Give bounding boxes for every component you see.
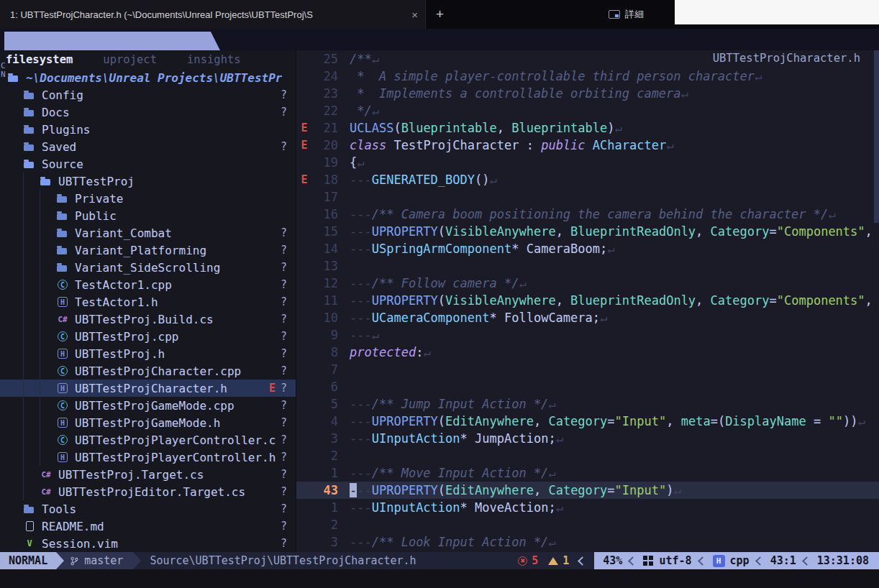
code-line[interactable]: 9---↵ bbox=[296, 326, 879, 344]
git-status: ? bbox=[281, 313, 296, 326]
tab-close-icon[interactable]: × bbox=[411, 9, 418, 21]
tree-row[interactable]: UBTTestProj bbox=[0, 173, 296, 190]
line-number: 43 bbox=[312, 482, 338, 499]
tree-row[interactable]: UBTTestProjGameMode.h? bbox=[0, 414, 296, 431]
tree-row[interactable]: Private bbox=[0, 190, 296, 207]
statusline: NORMAL master Source\UBTTestProj\UBTTest… bbox=[0, 552, 879, 569]
folder-icon bbox=[23, 123, 36, 136]
code-line[interactable]: 14---USpringArmComponent* CameraBoom;↵ bbox=[296, 240, 879, 257]
code-line[interactable]: 8protected:↵ bbox=[296, 344, 879, 361]
code-line[interactable]: 43---UPROPERTY(EditAnywhere, Category="I… bbox=[296, 482, 879, 499]
indent-guide bbox=[23, 293, 40, 311]
code-line[interactable]: E21UCLASS(Blueprintable, Blueprintable)↵ bbox=[296, 119, 879, 137]
buffer-tab[interactable]: 1 UBTTestProjCharacter.h bbox=[4, 32, 220, 50]
tree-item-label: Public bbox=[75, 209, 117, 223]
scrollbar-thumb[interactable] bbox=[874, 50, 879, 223]
tree-row[interactable]: Saved? bbox=[0, 138, 296, 155]
command-line[interactable] bbox=[0, 569, 879, 588]
code-line[interactable]: E20class TestProjCharacter : public ACha… bbox=[296, 137, 879, 154]
editor-pane[interactable]: 25/**↵24 * A simple player-controllable … bbox=[296, 50, 879, 552]
cpp-icon bbox=[56, 278, 69, 291]
tree-row[interactable]: Variant_Platforming? bbox=[0, 242, 296, 259]
code-line[interactable]: 24 * A simple player-controllable third … bbox=[296, 68, 879, 85]
code-line[interactable]: 2 bbox=[296, 516, 879, 533]
new-tab-button[interactable]: + bbox=[436, 6, 444, 22]
diagnostic-sign bbox=[296, 240, 312, 257]
code-line[interactable]: 5---/** Jump Input Action */↵ bbox=[296, 395, 879, 413]
code-line[interactable]: 22 */↵ bbox=[296, 102, 879, 119]
code-line[interactable]: 23 * Implements a controllable orbiting … bbox=[296, 85, 879, 102]
code-text bbox=[338, 516, 350, 533]
line-number: 24 bbox=[312, 68, 338, 85]
diagnostic-sign bbox=[296, 533, 312, 551]
h-icon bbox=[56, 451, 69, 464]
indent-guide bbox=[7, 276, 23, 293]
folder-icon bbox=[56, 244, 69, 257]
tree-row[interactable]: Variant_SideScrolling? bbox=[0, 259, 296, 276]
diagnostic-sign bbox=[296, 85, 312, 102]
tree-row[interactable]: Variant_Combat? bbox=[0, 224, 296, 242]
tree-row[interactable]: UBTTestProjPlayerController.h? bbox=[0, 449, 296, 466]
tab-uproject[interactable]: uproject bbox=[103, 53, 157, 66]
code-line[interactable]: 12---/** Follow camera */↵ bbox=[296, 275, 879, 292]
code-text: ---UCameraComponent* FollowCamera;↵ bbox=[338, 309, 607, 326]
code-line[interactable]: 10---UCameraComponent* FollowCamera;↵ bbox=[296, 309, 879, 326]
code-line[interactable]: E18---GENERATED_BODY()↵ bbox=[296, 171, 879, 188]
folder-open-icon bbox=[7, 71, 20, 84]
code-line[interactable]: 1---/** Move Input Action */↵ bbox=[296, 464, 879, 482]
tree-row[interactable]: UBTTestProjCharacter.hE? bbox=[0, 380, 296, 397]
diagnostic-sign bbox=[296, 326, 312, 344]
code-line[interactable]: 19{↵ bbox=[296, 154, 879, 171]
code-line[interactable]: 17 bbox=[296, 188, 879, 206]
tree-row[interactable]: TestActor1.h? bbox=[0, 293, 296, 311]
line-number: 3 bbox=[312, 533, 338, 551]
code-line[interactable]: 4---UPROPERTY(EditAnywhere, Category="In… bbox=[296, 413, 879, 430]
terminal-tab[interactable]: 1: UBTTestProjCharacter.h (~\Documents\U… bbox=[0, 0, 426, 29]
tree-row[interactable]: README.md? bbox=[0, 518, 296, 535]
tree-row[interactable]: ~\Documents\Unreal Projects\UBTTestPr bbox=[0, 69, 296, 86]
tree-row[interactable]: UBTTestProjEditor.Target.cs? bbox=[0, 483, 296, 500]
indent-guide bbox=[23, 431, 40, 449]
code-line[interactable]: 7 bbox=[296, 361, 879, 378]
tree-row[interactable]: TestActor1.cpp? bbox=[0, 276, 296, 293]
line-number: 15 bbox=[312, 223, 338, 240]
line-number: 20 bbox=[312, 137, 338, 154]
code-line[interactable]: 15---UPROPERTY(VisibleAnywhere, Blueprin… bbox=[296, 223, 879, 240]
code-line[interactable]: 2 bbox=[296, 447, 879, 464]
folder-icon bbox=[23, 106, 36, 119]
tree-row[interactable]: UBTTestProjGameMode.cpp? bbox=[0, 397, 296, 414]
tree-row[interactable]: Session.vim? bbox=[0, 535, 296, 552]
encoding: utf-8 bbox=[659, 554, 691, 567]
tree-row[interactable]: UBTTestProjCharacter.cpp? bbox=[0, 362, 296, 380]
tree-row[interactable]: UBTTestProj.h? bbox=[0, 345, 296, 362]
line-number: 21 bbox=[312, 119, 338, 137]
tab-filesystem[interactable]: filesystem bbox=[6, 53, 73, 66]
folder-icon bbox=[23, 140, 36, 153]
code-line[interactable]: 3---UInputAction* JumpAction;↵ bbox=[296, 430, 879, 447]
tree-row[interactable]: Tools? bbox=[0, 500, 296, 518]
code-text: ---/** Camera boom positioning the camer… bbox=[338, 206, 836, 223]
code-line[interactable]: 3---/** Look Input Action */↵ bbox=[296, 533, 879, 551]
indent-guide bbox=[7, 242, 23, 259]
git-status: ? bbox=[281, 451, 296, 464]
diagnostic-sign bbox=[296, 378, 312, 395]
code-line[interactable]: 1---UInputAction* MoveAction;↵ bbox=[296, 499, 879, 516]
tree-row[interactable]: Public bbox=[0, 207, 296, 224]
tree-row[interactable]: Plugins bbox=[0, 121, 296, 138]
tree-row[interactable]: UBTTestProj.Build.cs? bbox=[0, 311, 296, 328]
code-line[interactable]: 6 bbox=[296, 378, 879, 395]
code-line[interactable]: 13 bbox=[296, 257, 879, 275]
tree-row[interactable]: Source bbox=[0, 155, 296, 173]
tree-row[interactable]: UBTTestProj.cpp? bbox=[0, 328, 296, 345]
indent-guide bbox=[23, 259, 40, 276]
tree-row[interactable]: Docs? bbox=[0, 104, 296, 121]
tree-row[interactable]: Config? bbox=[0, 86, 296, 104]
code-line[interactable]: 16---/** Camera boom positioning the cam… bbox=[296, 206, 879, 223]
code-line[interactable]: 11---UPROPERTY(VisibleAnywhere, Blueprin… bbox=[296, 292, 879, 309]
scrollbar[interactable] bbox=[874, 50, 879, 552]
details-control[interactable]: 詳細 bbox=[609, 0, 644, 29]
tree-row[interactable]: UBTTestProj.Target.cs? bbox=[0, 466, 296, 483]
tab-insights[interactable]: insights bbox=[187, 53, 241, 66]
powerline-separator bbox=[133, 552, 141, 569]
tree-row[interactable]: UBTTestProjPlayerController.c? bbox=[0, 431, 296, 449]
